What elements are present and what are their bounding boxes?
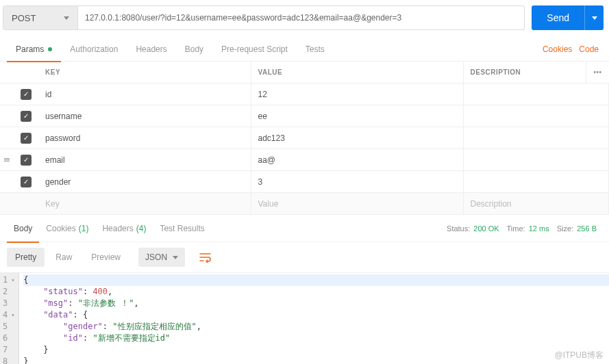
response-toolbar: Pretty Raw Preview JSON	[0, 242, 609, 272]
table-row: ✓	[0, 171, 609, 193]
params-table: KEY VALUE DESCRIPTION ••• ✓✓✓✓✓	[0, 62, 609, 215]
checkbox[interactable]: ✓	[21, 89, 32, 100]
fmt-raw-button[interactable]: Raw	[47, 248, 80, 267]
request-tabs: Params Authorization Headers Body Pre-re…	[0, 37, 609, 62]
checkbox[interactable]: ✓	[21, 111, 32, 122]
param-key-input[interactable]	[38, 127, 251, 148]
response-meta: Status: 200 OK Time: 12 ms Size: 256 B	[447, 224, 602, 233]
tab-body[interactable]: Body	[176, 37, 212, 62]
table-row: ✓	[0, 127, 609, 149]
param-value-input[interactable]	[251, 105, 463, 127]
table-row-new	[0, 193, 609, 215]
rtab-tests[interactable]: Test Results	[153, 215, 211, 242]
response-body: 1▾234▾5678 { "status": 400, "msg": "非法参数…	[0, 272, 609, 364]
header-value: VALUE	[251, 62, 463, 83]
checkbox[interactable]: ✓	[21, 155, 32, 166]
code-link[interactable]: Code	[575, 44, 602, 54]
response-tabs: Body Cookies(1) Headers(4) Test Results …	[0, 215, 609, 242]
lang-dropdown[interactable]: JSON	[138, 248, 185, 267]
header-desc: DESCRIPTION	[463, 62, 586, 83]
param-value-input[interactable]	[251, 193, 463, 214]
param-desc-input[interactable]	[464, 193, 609, 214]
fmt-preview-button[interactable]: Preview	[83, 248, 129, 267]
watermark: @ITPUB博客	[554, 350, 604, 361]
table-row: ✓	[0, 149, 609, 171]
url-input[interactable]	[78, 5, 525, 30]
chevron-down-icon	[64, 16, 69, 20]
cookies-link[interactable]: Cookies	[539, 44, 575, 54]
line-gutter: 1▾234▾5678	[0, 273, 19, 364]
tab-prerequest[interactable]: Pre-request Script	[212, 37, 297, 62]
chevron-down-icon	[592, 16, 597, 20]
rtab-cookies[interactable]: Cookies(1)	[39, 215, 95, 242]
wrap-icon	[199, 252, 212, 263]
param-value-input[interactable]	[251, 149, 463, 170]
unsaved-dot-icon	[48, 47, 52, 51]
code-content[interactable]: { "status": 400, "msg": "非法参数 ！", "data"…	[19, 273, 609, 364]
chevron-down-icon	[173, 256, 178, 259]
param-key-input[interactable]	[38, 171, 251, 192]
rtab-body[interactable]: Body	[7, 215, 39, 242]
param-desc-input[interactable]	[464, 105, 609, 127]
param-key-input[interactable]	[38, 149, 251, 170]
tab-tests[interactable]: Tests	[297, 37, 334, 62]
header-key: KEY	[38, 62, 251, 83]
tab-authorization[interactable]: Authorization	[61, 37, 127, 62]
table-row: ✓	[0, 83, 609, 105]
fmt-pretty-button[interactable]: Pretty	[7, 248, 45, 267]
tab-headers[interactable]: Headers	[127, 37, 175, 62]
request-bar: POST Send	[0, 0, 609, 37]
method-label: POST	[12, 13, 36, 23]
param-value-input[interactable]	[251, 83, 463, 105]
send-dropdown[interactable]	[584, 5, 604, 30]
param-value-input[interactable]	[251, 171, 463, 192]
drag-handle-icon[interactable]	[0, 149, 14, 170]
tab-params[interactable]: Params	[7, 37, 61, 62]
param-desc-input[interactable]	[464, 127, 609, 148]
checkbox[interactable]: ✓	[21, 177, 32, 187]
param-desc-input[interactable]	[464, 83, 609, 105]
wrap-lines-button[interactable]	[196, 248, 215, 267]
table-row: ✓	[0, 105, 609, 127]
param-value-input[interactable]	[251, 127, 463, 148]
param-key-input[interactable]	[38, 193, 251, 214]
checkbox[interactable]: ✓	[21, 133, 32, 144]
param-desc-input[interactable]	[464, 171, 609, 192]
rtab-headers[interactable]: Headers(4)	[95, 215, 153, 242]
send-button[interactable]: Send	[532, 5, 584, 30]
send-group: Send	[532, 5, 604, 30]
method-dropdown[interactable]: POST	[3, 5, 78, 30]
param-desc-input[interactable]	[464, 149, 609, 170]
bulk-edit-icon[interactable]: •••	[593, 68, 601, 76]
param-key-input[interactable]	[38, 83, 251, 105]
param-key-input[interactable]	[38, 105, 251, 127]
